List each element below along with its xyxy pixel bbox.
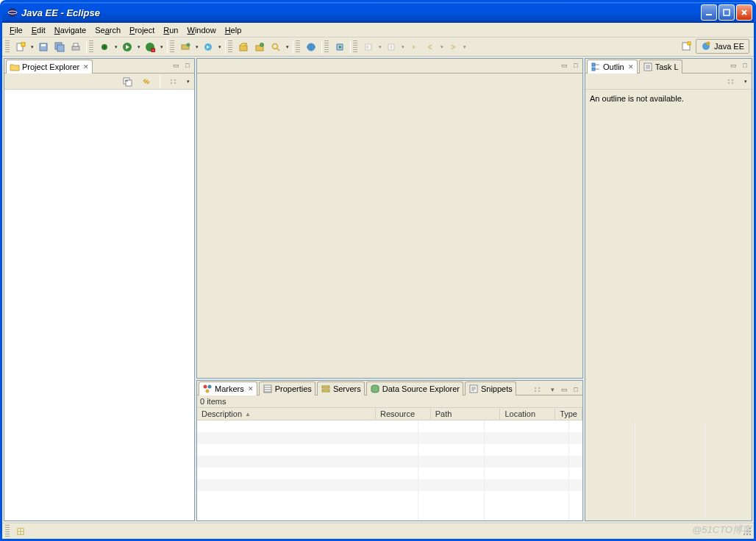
debug-dropdown[interactable]: ▾ (113, 40, 119, 54)
history-back-button[interactable] (423, 40, 438, 54)
tab-snippets[interactable]: Snippets (465, 381, 516, 395)
search-button[interactable] (268, 40, 283, 54)
table-row (197, 456, 582, 467)
col-path[interactable]: Path (431, 408, 501, 420)
menu-window[interactable]: Window (182, 24, 220, 36)
start-server-dropdown[interactable]: ▾ (216, 40, 223, 54)
close-button[interactable] (736, 4, 752, 21)
open-type-button[interactable] (252, 40, 267, 54)
maximize-view-button[interactable]: □ (182, 60, 193, 71)
new-server-dropdown[interactable]: ▾ (193, 40, 200, 54)
toolbar-grip[interactable] (324, 40, 329, 54)
menu-navigate[interactable]: Navigate (50, 24, 90, 36)
tab-servers[interactable]: Servers (317, 381, 365, 395)
web-browser-button[interactable] (304, 40, 318, 54)
maximize-button[interactable] (718, 4, 735, 21)
run-last-dropdown[interactable]: ▾ (158, 40, 165, 54)
run-config-button[interactable] (332, 40, 347, 54)
start-server-button[interactable] (201, 40, 215, 54)
menu-file[interactable]: File (5, 24, 27, 36)
col-description[interactable]: Description ▲ (197, 408, 376, 420)
col-location[interactable]: Location (500, 408, 555, 420)
toolbar-sep (350, 40, 351, 54)
new-server-button[interactable] (178, 40, 193, 54)
tab-markers[interactable]: Markers ✕ (199, 381, 257, 395)
tab-close-icon[interactable]: ✕ (83, 63, 89, 71)
tab-close-icon[interactable]: ✕ (628, 63, 634, 71)
menu-search[interactable]: Search (90, 24, 125, 36)
debug-button[interactable] (97, 40, 112, 54)
menu-run[interactable]: Run (159, 24, 182, 36)
toolbar-grip[interactable] (89, 40, 93, 54)
save-all-button[interactable] (52, 40, 67, 54)
view-menu-button[interactable]: ▾ (547, 384, 557, 395)
markers-table-header: Description ▲ Resource Path Location Typ… (197, 407, 582, 420)
minimize-editor-button[interactable]: ▭ (559, 60, 569, 71)
history-fwd-dropdown[interactable]: ▾ (461, 40, 468, 54)
fwd-nav-button[interactable] (384, 40, 399, 54)
toolbar-grip[interactable] (5, 40, 10, 54)
svg-point-39 (206, 390, 210, 393)
back-nav-button[interactable] (361, 40, 376, 54)
tab-project-explorer[interactable]: Project Explorer ✕ (6, 60, 93, 74)
tab-task-list[interactable]: Task L (639, 60, 682, 74)
last-edit-button[interactable] (407, 40, 421, 54)
print-button[interactable] (68, 40, 83, 54)
toolbar-grip[interactable] (170, 40, 174, 54)
maximize-view-button[interactable]: □ (571, 384, 581, 395)
view-menu-dropdown[interactable]: ▾ (185, 74, 191, 89)
menu-project[interactable]: Project (125, 24, 159, 36)
minimize-view-button[interactable]: ▭ (559, 384, 569, 395)
tab-label: Data Source Explorer (382, 384, 460, 393)
markers-table-body[interactable] (197, 420, 582, 520)
tab-outline[interactable]: Outlin ✕ (587, 60, 638, 74)
maximize-editor-button[interactable]: □ (571, 60, 581, 71)
svg-point-34 (174, 79, 176, 80)
minimize-view-button[interactable]: ▭ (728, 60, 738, 71)
toolbar-sep (86, 40, 87, 54)
new-button[interactable] (13, 40, 28, 54)
tab-data-source-explorer[interactable]: Data Source Explorer (366, 381, 463, 395)
perspective-javaee[interactable]: Java EE (696, 39, 749, 54)
new-dropdown[interactable]: ▾ (29, 40, 35, 54)
toolbar-grip[interactable] (228, 40, 232, 54)
col-type[interactable]: Type (555, 408, 582, 420)
tab-close-icon[interactable]: ✕ (248, 385, 254, 393)
tab-label: Outlin (603, 62, 624, 71)
tab-properties[interactable]: Properties (259, 381, 315, 395)
outline-menu-button[interactable] (724, 74, 738, 89)
open-perspective-button[interactable] (679, 39, 693, 54)
maximize-view-button[interactable]: □ (740, 60, 750, 71)
history-back-dropdown[interactable]: ▾ (438, 40, 445, 54)
history-fwd-button[interactable] (446, 40, 460, 54)
run-last-button[interactable] (143, 40, 157, 54)
editor-body[interactable] (197, 74, 582, 378)
outline-menu-dropdown[interactable]: ▾ (742, 74, 749, 89)
new-package-button[interactable] (236, 40, 251, 54)
filter-button[interactable] (530, 382, 545, 397)
outline-body[interactable]: An outline is not available. (585, 90, 752, 520)
fwd-nav-dropdown[interactable]: ▾ (399, 40, 406, 54)
toolbar-grip[interactable] (296, 40, 300, 54)
search-dropdown[interactable]: ▾ (284, 40, 290, 54)
collapse-all-button[interactable] (120, 74, 135, 89)
status-grip[interactable] (5, 525, 10, 538)
back-nav-dropdown[interactable]: ▾ (377, 40, 383, 54)
watermark: @51CTO博客 (692, 523, 752, 537)
status-bar (2, 523, 754, 539)
link-editor-button[interactable] (139, 74, 154, 89)
run-dropdown[interactable]: ▾ (135, 40, 142, 54)
toolbar-grip[interactable] (353, 40, 357, 54)
minimize-view-button[interactable]: ▭ (171, 60, 181, 71)
col-resource[interactable]: Resource (376, 408, 431, 420)
menu-edit[interactable]: Edit (27, 24, 50, 36)
save-button[interactable] (36, 40, 51, 54)
title-bar[interactable]: Java EE - Eclipse (2, 2, 754, 23)
run-button[interactable] (120, 40, 135, 54)
project-explorer-body[interactable] (4, 90, 194, 520)
view-menu-button[interactable] (166, 74, 181, 89)
menu-help[interactable]: Help (221, 24, 246, 36)
show-view-button[interactable] (13, 524, 28, 539)
minimize-button[interactable] (701, 4, 717, 21)
svg-point-47 (535, 390, 536, 392)
